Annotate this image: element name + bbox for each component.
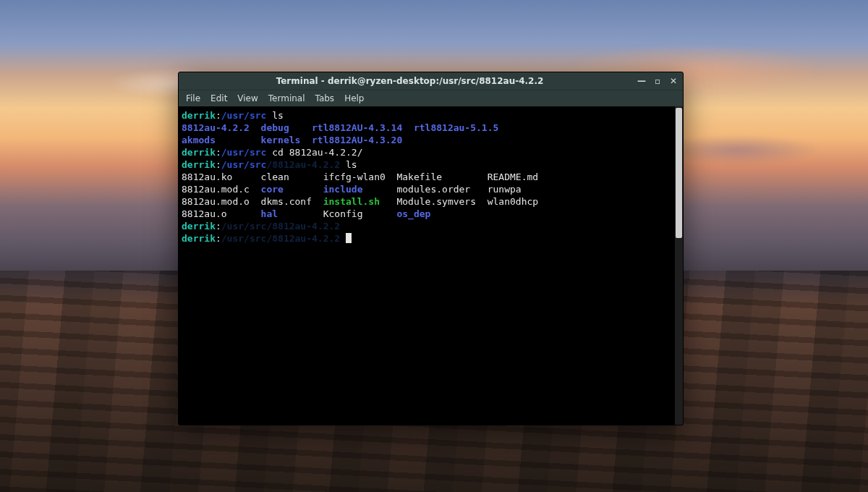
- list-item: core: [261, 184, 284, 195]
- prompt-user: derrik: [182, 233, 216, 244]
- list-item: 8812au.o: [182, 208, 227, 219]
- cmd-text: ls: [272, 110, 284, 121]
- terminal-window: Terminal - derrik@ryzen-desktop:/usr/src…: [178, 72, 684, 425]
- window-close-button[interactable]: ✕: [668, 76, 678, 86]
- prompt-user: derrik: [182, 221, 216, 232]
- list-item: install.sh: [323, 196, 380, 207]
- prompt-sep: :: [216, 147, 221, 158]
- window-title: Terminal - derrik@ryzen-desktop:/usr/src…: [183, 76, 637, 86]
- prompt-user: derrik: [182, 110, 216, 121]
- list-item: Makefile: [396, 171, 442, 182]
- prompt-path: /usr/src: [221, 110, 267, 121]
- list-item: include: [323, 184, 363, 195]
- cmd-text: ls: [346, 159, 357, 170]
- prompt-sep: :: [216, 233, 221, 244]
- terminal-cursor: [346, 233, 352, 243]
- menu-file[interactable]: File: [186, 93, 200, 103]
- cmd-text: cd 8812au-4.2.2/: [272, 147, 362, 158]
- terminal-output[interactable]: derrik:/usr/src ls 8812au-4.2.2 debug rt…: [179, 106, 675, 425]
- list-item: README.md: [488, 171, 538, 182]
- list-item: ifcfg-wlan0: [323, 171, 386, 182]
- list-item: hal: [261, 208, 278, 219]
- list-item: Kconfig: [323, 208, 363, 219]
- list-item: Module.symvers: [396, 196, 476, 207]
- menu-tabs[interactable]: Tabs: [315, 93, 335, 103]
- prompt-path: /usr/src/8812au-4.2.2: [221, 221, 340, 232]
- list-item: akmods kernels rtl8812AU-4.3.20: [182, 135, 402, 145]
- list-item: os_dep: [396, 208, 430, 219]
- menu-help[interactable]: Help: [344, 93, 364, 103]
- prompt-path: /usr/src/8812au-4.2.2: [221, 233, 340, 244]
- scrollbar-thumb[interactable]: [676, 108, 682, 238]
- list-item: modules.order: [396, 184, 470, 195]
- list-item: clean: [261, 171, 289, 182]
- menu-terminal[interactable]: Terminal: [268, 93, 305, 103]
- prompt-path-tail: /8812au-4.2.2: [266, 159, 340, 170]
- list-item: 8812au-4.2.2 debug rtl8812AU-4.3.14 rtl8…: [182, 122, 498, 133]
- prompt-user: derrik: [182, 147, 216, 158]
- window-minimize-button[interactable]: —: [637, 76, 647, 86]
- prompt-sep: :: [216, 159, 221, 170]
- list-item: 8812au.mod.c: [182, 184, 250, 195]
- terminal-scrollbar[interactable]: [675, 106, 683, 425]
- window-maximize-button[interactable]: ▫: [652, 76, 663, 86]
- list-item: 8812au.ko: [182, 171, 232, 182]
- list-item: 8812au.mod.o: [182, 196, 250, 207]
- list-item: wlan0dhcp: [488, 196, 538, 207]
- menu-view[interactable]: View: [237, 93, 258, 103]
- prompt-sep: :: [216, 110, 221, 121]
- prompt-path: /usr/src: [221, 159, 267, 170]
- list-item: runwpa: [488, 184, 522, 195]
- window-titlebar[interactable]: Terminal - derrik@ryzen-desktop:/usr/src…: [179, 72, 683, 90]
- prompt-path: /usr/src: [221, 147, 267, 158]
- list-item: dkms.conf: [261, 196, 312, 207]
- menu-bar: File Edit View Terminal Tabs Help: [179, 90, 683, 106]
- menu-edit[interactable]: Edit: [210, 93, 227, 103]
- prompt-user: derrik: [182, 159, 216, 170]
- prompt-sep: :: [216, 221, 221, 232]
